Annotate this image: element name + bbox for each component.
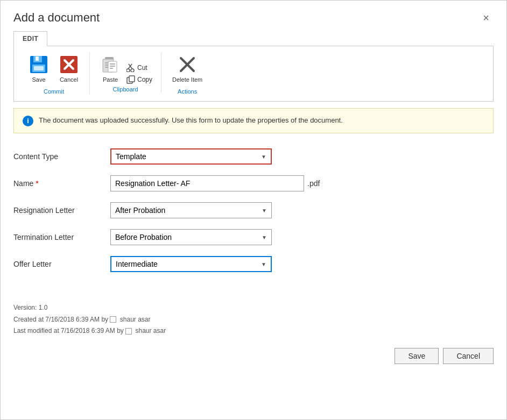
cut-button[interactable]: Cut [124, 62, 154, 73]
resignation-letter-select[interactable]: After Probation ▼ [110, 202, 272, 218]
footer-info: Version: 1.0 Created at 7/16/2018 6:39 A… [1, 291, 506, 343]
tab-bar: EDIT [1, 31, 506, 46]
content-type-select[interactable]: Template ▼ [110, 148, 272, 165]
resignation-letter-row: Resignation Letter After Probation ▼ [13, 202, 494, 218]
add-document-dialog: Add a document × EDIT [0, 0, 507, 420]
svg-point-20 [131, 69, 134, 72]
save-ribbon-button[interactable]: Save [25, 53, 53, 85]
delete-item-button[interactable]: Delete Item [168, 53, 207, 85]
save-ribbon-label: Save [32, 76, 45, 83]
name-label: Name * [13, 179, 110, 188]
cancel-icon [59, 55, 79, 74]
version-text: Version: 1.0 [13, 302, 494, 314]
notification-text: The document was uploaded successfully. … [39, 115, 343, 126]
svg-rect-16 [110, 68, 113, 69]
svg-point-19 [126, 69, 130, 72]
cut-label: Cut [137, 64, 147, 72]
termination-letter-row: Termination Letter Before Probation ▼ [13, 229, 494, 245]
ribbon: Save Cancel Commit [13, 46, 494, 102]
cancel-ribbon-label: Cancel [60, 76, 78, 83]
name-row: Name * .pdf [13, 175, 494, 191]
clipboard-group-label: Clipboard [112, 86, 138, 92]
footer-cancel-button[interactable]: Cancel [443, 348, 494, 364]
required-star: * [36, 179, 38, 188]
svg-rect-4 [34, 66, 44, 70]
ribbon-group-actions: Delete Item Actions [161, 53, 213, 95]
cancel-ribbon-button[interactable]: Cancel [55, 53, 83, 85]
offer-letter-control: Intermediate ▼ [110, 256, 494, 272]
name-control: .pdf [110, 175, 494, 191]
close-button[interactable]: × [478, 10, 494, 25]
content-type-label: Content Type [13, 152, 110, 161]
content-type-row: Content Type Template ▼ [13, 148, 494, 165]
notification-bar: i The document was uploaded successfully… [13, 108, 494, 133]
svg-rect-24 [129, 76, 135, 82]
created-text: Created at 7/16/2018 6:39 AM by shaur as… [13, 314, 494, 326]
name-input[interactable] [110, 175, 304, 191]
delete-icon [178, 55, 197, 74]
content-type-control: Template ▼ [110, 148, 494, 165]
offer-letter-arrow: ▼ [261, 261, 266, 267]
resignation-letter-label: Resignation Letter [13, 206, 110, 215]
svg-rect-2 [36, 56, 39, 61]
resignation-letter-arrow: ▼ [262, 208, 267, 213]
content-type-arrow: ▼ [261, 154, 266, 160]
delete-item-label: Delete Item [172, 76, 202, 83]
resignation-letter-value: After Probation [115, 206, 165, 215]
termination-letter-label: Termination Letter [13, 233, 110, 241]
offer-letter-label: Offer Letter [13, 260, 110, 268]
created-checkbox [110, 316, 116, 323]
copy-label: Copy [137, 76, 152, 83]
offer-letter-select[interactable]: Intermediate ▼ [110, 256, 272, 272]
paste-label: Paste [103, 76, 118, 83]
actions-group-label: Actions [178, 88, 197, 95]
content-type-value: Template [116, 152, 146, 161]
modified-text: Last modified at 7/16/2018 6:39 AM by sh… [13, 325, 494, 337]
dialog-title-bar: Add a document × [1, 1, 506, 31]
offer-letter-row: Offer Letter Intermediate ▼ [13, 256, 494, 272]
dialog-title: Add a document [13, 11, 100, 25]
cut-icon [126, 63, 135, 72]
commit-group-label: Commit [44, 88, 64, 95]
save-icon [29, 55, 48, 74]
modified-checkbox [125, 328, 132, 334]
tab-edit[interactable]: EDIT [13, 31, 47, 46]
termination-letter-control: Before Probation ▼ [110, 229, 494, 245]
footer-actions: Save Cancel [1, 343, 506, 377]
offer-letter-value: Intermediate [116, 260, 158, 268]
copy-icon [126, 75, 135, 84]
info-icon: i [23, 116, 33, 126]
termination-letter-arrow: ▼ [262, 234, 267, 240]
svg-rect-14 [110, 63, 115, 65]
form-body: Content Type Template ▼ Name * .pdf [1, 140, 506, 291]
paste-button[interactable]: Paste [96, 53, 124, 85]
created-user: shaur asar [120, 316, 151, 323]
termination-letter-select[interactable]: Before Probation ▼ [110, 229, 272, 245]
ribbon-group-clipboard: Paste [90, 53, 161, 92]
svg-rect-15 [110, 66, 115, 67]
svg-line-22 [132, 68, 132, 69]
paste-icon [101, 55, 120, 74]
termination-letter-value: Before Probation [115, 233, 172, 241]
modified-user: shaur asar [136, 327, 166, 334]
resignation-letter-control: After Probation ▼ [110, 202, 494, 218]
ribbon-group-commit: Save Cancel Commit [18, 53, 90, 95]
name-suffix: .pdf [307, 179, 320, 188]
clipboard-small-buttons: Cut Copy [124, 62, 154, 85]
copy-button[interactable]: Copy [124, 74, 154, 85]
svg-line-21 [128, 68, 129, 69]
footer-save-button[interactable]: Save [395, 348, 439, 364]
